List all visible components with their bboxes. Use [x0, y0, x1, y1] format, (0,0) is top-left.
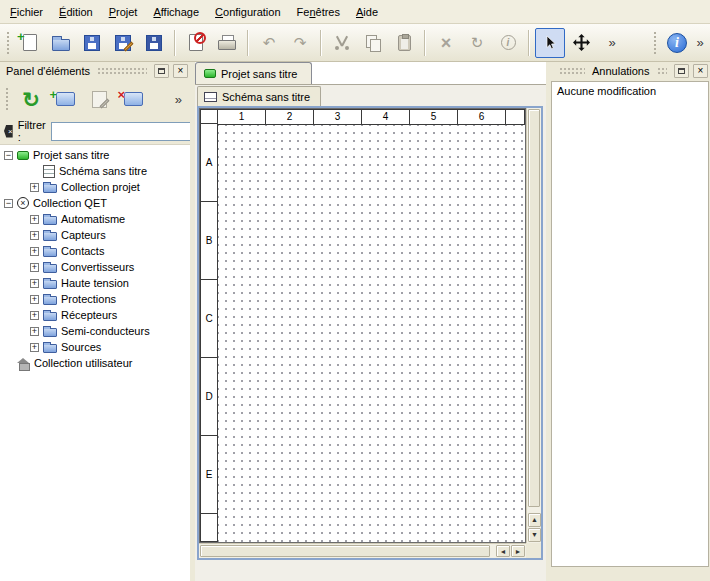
expander-icon[interactable]: + [30, 311, 39, 320]
toolbar-overflow-button[interactable]: » [597, 28, 627, 58]
expander-icon[interactable]: + [30, 247, 39, 256]
menu-fenetres[interactable]: Fenêtres [289, 2, 348, 22]
rotate-button[interactable]: ↻ [462, 28, 492, 58]
clear-filter-icon[interactable]: × [4, 125, 13, 138]
expander-icon[interactable]: − [4, 199, 13, 208]
tree-item-collection-utilisateur[interactable]: Collection utilisateur [0, 355, 190, 371]
menu-affichage[interactable]: Affichage [145, 2, 207, 22]
menu-fichier[interactable]: Fichier [2, 2, 51, 22]
save-button[interactable] [77, 28, 107, 58]
tree-item-collection-projet[interactable]: +Collection projet [0, 179, 190, 195]
menu-projet[interactable]: Projet [101, 2, 146, 22]
toolbar-grip[interactable] [5, 87, 10, 111]
expander-icon[interactable]: + [30, 263, 39, 272]
menu-configuration[interactable]: Configuration [207, 2, 288, 22]
schema-canvas[interactable] [218, 125, 525, 542]
menu-aide[interactable]: Aide [348, 2, 386, 22]
toolbar-grip[interactable] [6, 31, 11, 55]
tree-item-label: Collection projet [61, 181, 140, 193]
tree-item-label: Capteurs [61, 229, 106, 241]
paste-icon [398, 35, 411, 51]
cut-button[interactable] [327, 28, 357, 58]
undo-history-list[interactable]: Aucune modification [551, 81, 709, 567]
edit-element-button[interactable] [83, 83, 115, 115]
toolbar-overflow-button-2[interactable]: » [693, 28, 707, 58]
new-element-icon: + [56, 92, 75, 106]
about-qet-button[interactable]: i [662, 28, 692, 58]
vertical-scrollbar-thumb[interactable] [528, 109, 540, 507]
horizontal-scrollbar[interactable]: ◄ ► [199, 543, 526, 558]
delete-icon: × [441, 34, 452, 52]
tree-item-project[interactable]: −Projet sans titre [0, 147, 190, 163]
float-dock-button[interactable] [674, 64, 689, 78]
folder-icon [43, 280, 57, 289]
select-tool-button[interactable] [535, 28, 565, 58]
print-button[interactable] [212, 28, 242, 58]
tree-item-automatisme[interactable]: +Automatisme [0, 211, 190, 227]
scroll-up-button[interactable]: ▲ [528, 513, 541, 527]
expander-icon[interactable]: + [30, 215, 39, 224]
save-all-button[interactable] [139, 28, 169, 58]
menu-edition[interactable]: Édition [51, 2, 101, 22]
move-tool-button[interactable] [566, 28, 596, 58]
horizontal-scrollbar-thumb[interactable] [200, 545, 490, 557]
column-label-empty [505, 109, 525, 125]
expander-icon[interactable]: − [4, 151, 13, 160]
save-as-button[interactable] [108, 28, 138, 58]
vertical-scrollbar[interactable]: ▲ ▼ [526, 108, 541, 543]
save-as-icon [115, 35, 131, 51]
close-dock-button[interactable]: × [693, 64, 708, 78]
tree-item-protections[interactable]: +Protections [0, 291, 190, 307]
new-project-button[interactable]: + [15, 28, 45, 58]
tree-item-collection-qet[interactable]: −×Collection QET [0, 195, 190, 211]
print-icon [218, 35, 236, 50]
folder-icon [43, 312, 57, 321]
expander-icon[interactable]: + [30, 327, 39, 336]
dock-grip [97, 67, 147, 75]
tab-schema-sans-titre[interactable]: Schéma sans titre [197, 86, 321, 106]
tree-item-sources[interactable]: +Sources [0, 339, 190, 355]
tree-item-label: Projet sans titre [33, 149, 109, 161]
expander-icon[interactable]: + [30, 183, 39, 192]
refresh-icon: ↻ [22, 89, 40, 110]
element-info-button[interactable]: i [493, 28, 523, 58]
tab-projet-sans-titre[interactable]: Projet sans titre [195, 62, 312, 84]
right-dock-titlebar[interactable]: Annulations × [550, 62, 710, 80]
delete-element-button[interactable]: × [117, 83, 149, 115]
float-dock-button[interactable] [154, 64, 169, 78]
left-dock-titlebar[interactable]: Panel d'éléments × [0, 62, 190, 80]
filter-input[interactable] [51, 122, 201, 141]
scroll-right-button[interactable]: ► [511, 545, 525, 557]
undo-button[interactable]: ↶ [254, 28, 284, 58]
open-project-button[interactable] [46, 28, 76, 58]
tree-item-contacts[interactable]: +Contacts [0, 243, 190, 259]
cursor-arrow-icon [542, 35, 558, 51]
chevron-right-icon[interactable]: » [175, 92, 182, 107]
tree-item-recepteurs[interactable]: +Récepteurs [0, 307, 190, 323]
tree-item-capteurs[interactable]: +Capteurs [0, 227, 190, 243]
expander-icon[interactable]: + [30, 295, 39, 304]
cut-icon [335, 35, 349, 50]
filter-label: Filtrer : [18, 119, 46, 143]
copy-button[interactable] [358, 28, 388, 58]
tree-item-label: Protections [61, 293, 116, 305]
tree-item-convertisseurs[interactable]: +Convertisseurs [0, 259, 190, 275]
close-project-button[interactable] [181, 28, 211, 58]
redo-button[interactable]: ↷ [285, 28, 315, 58]
new-element-button[interactable]: + [49, 83, 81, 115]
scroll-left-button[interactable]: ◄ [496, 545, 510, 557]
close-dock-button[interactable]: × [173, 64, 188, 78]
tree-item-label: Convertisseurs [61, 261, 134, 273]
expander-icon[interactable]: + [30, 279, 39, 288]
tree-item-semi-conducteurs[interactable]: +Semi-conducteurs [0, 323, 190, 339]
tree-item-haute-tension[interactable]: +Haute tension [0, 275, 190, 291]
expander-icon[interactable]: + [30, 231, 39, 240]
paste-button[interactable] [389, 28, 419, 58]
rotate-icon: ↻ [471, 35, 484, 50]
delete-button[interactable]: × [431, 28, 461, 58]
toolbar-grip[interactable] [653, 31, 658, 55]
tree-item-schema[interactable]: Schéma sans titre [0, 163, 190, 179]
reload-collections-button[interactable]: ↻ [15, 83, 47, 115]
scroll-down-button[interactable]: ▼ [528, 528, 541, 542]
expander-icon[interactable]: + [30, 343, 39, 352]
